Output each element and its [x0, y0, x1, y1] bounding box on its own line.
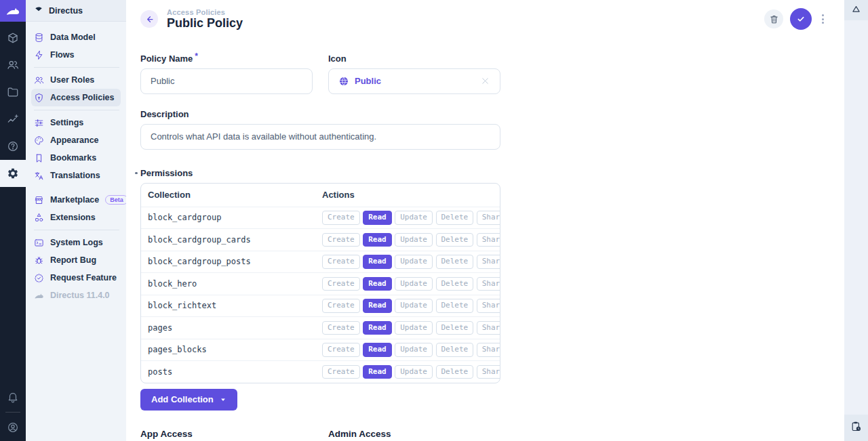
permission-update-chip[interactable]: Update: [395, 211, 433, 224]
permissions-row-block_cardgroup_posts: block_cardgroup_postsCreateReadUpdateDel…: [141, 251, 500, 273]
sidebar-item-flows[interactable]: Flows: [31, 46, 121, 64]
action-chips: CreateReadUpdateDeleteShare: [322, 211, 500, 224]
permission-delete-chip[interactable]: Delete: [436, 277, 474, 291]
module-insights-icon[interactable]: [0, 106, 26, 133]
permission-read-chip[interactable]: Read: [363, 321, 392, 335]
permission-create-chip[interactable]: Create: [322, 365, 360, 379]
sidebar-item-data-model[interactable]: Data Model: [31, 28, 121, 46]
permission-create-chip[interactable]: Create: [322, 343, 360, 356]
permission-create-chip[interactable]: Create: [322, 277, 360, 291]
sidebar-item-label: Flows: [50, 50, 74, 60]
permissions-row-block_cardgroup_cards: block_cardgroup_cardsCreateReadUpdateDel…: [141, 228, 500, 251]
permission-update-chip[interactable]: Update: [395, 365, 433, 379]
more-options-button[interactable]: [818, 12, 827, 26]
permission-share-chip[interactable]: Share: [477, 321, 500, 335]
permission-share-chip[interactable]: Share: [477, 299, 500, 312]
permission-delete-chip[interactable]: Delete: [436, 211, 474, 224]
sidebar-item-access-policies[interactable]: Access Policies: [31, 89, 121, 106]
module-box-3d-icon[interactable]: [0, 24, 26, 51]
permission-create-chip[interactable]: Create: [322, 299, 360, 312]
add-collection-button[interactable]: Add Collection: [140, 389, 237, 411]
bug-icon: [34, 255, 44, 266]
permission-create-chip[interactable]: Create: [322, 321, 360, 335]
permission-update-chip[interactable]: Update: [395, 321, 433, 335]
module-users-icon[interactable]: [0, 51, 26, 79]
permission-update-chip[interactable]: Update: [395, 233, 433, 247]
permission-read-chip[interactable]: Read: [363, 233, 392, 247]
sidebar-item-appearance[interactable]: Appearance: [31, 131, 121, 149]
module-bell-icon[interactable]: [0, 383, 26, 411]
rabbit-icon: [34, 291, 44, 301]
sidebar-item-translations[interactable]: Translations: [31, 167, 121, 184]
module-settings-gear-icon[interactable]: [0, 160, 26, 187]
module-account-circle-icon[interactable]: [0, 414, 26, 441]
description-input[interactable]: Controls what API data is available with…: [140, 124, 500, 150]
permission-delete-chip[interactable]: Delete: [436, 343, 474, 356]
action-chips: CreateReadUpdateDeleteShare: [322, 277, 500, 291]
permission-update-chip[interactable]: Update: [395, 255, 433, 268]
permission-share-chip[interactable]: Share: [477, 343, 500, 356]
main-content: Access Policies Public Policy Policy Nam…: [126, 0, 844, 441]
module-help-icon[interactable]: [0, 133, 26, 160]
directus-rabbit-logo[interactable]: [0, 0, 26, 22]
storefront-icon: [34, 195, 44, 205]
icon-input[interactable]: Public: [328, 68, 500, 94]
sidebar-item-label: Settings: [50, 118, 83, 127]
permission-delete-chip[interactable]: Delete: [436, 299, 474, 312]
action-chips: CreateReadUpdateDeleteShare: [322, 299, 500, 312]
permission-delete-chip[interactable]: Delete: [436, 365, 474, 379]
sidebar-item-request-feature[interactable]: Request Feature: [31, 269, 121, 287]
permission-delete-chip[interactable]: Delete: [436, 321, 474, 335]
module-folder-icon[interactable]: [0, 79, 26, 106]
permission-create-chip[interactable]: Create: [322, 255, 360, 268]
sidebar-item-report-bug[interactable]: Report Bug: [31, 251, 121, 269]
permission-update-chip[interactable]: Update: [395, 299, 433, 312]
permission-share-chip[interactable]: Share: [477, 277, 500, 291]
permission-update-chip[interactable]: Update: [395, 343, 433, 356]
sidebar-toggle-button[interactable]: [844, 0, 868, 20]
bookmark-icon: [34, 153, 44, 163]
permission-update-chip[interactable]: Update: [395, 277, 433, 291]
sidebar-item-settings[interactable]: Settings: [31, 114, 121, 131]
permission-delete-chip[interactable]: Delete: [436, 255, 474, 268]
sidebar-item-user-roles[interactable]: User Roles: [31, 71, 121, 89]
page-header: Access Policies Public Policy: [126, 0, 844, 30]
sidebar-item-bookmarks[interactable]: Bookmarks: [31, 149, 121, 167]
sidebar-item-label: Translations: [50, 171, 100, 180]
permission-read-chip[interactable]: Read: [363, 365, 392, 379]
project-header[interactable]: Directus: [26, 0, 126, 22]
permission-read-chip[interactable]: Read: [363, 211, 392, 224]
permission-share-chip[interactable]: Share: [477, 211, 500, 224]
permissions-row-block_cardgroup: block_cardgroupCreateReadUpdateDeleteSha…: [141, 207, 500, 229]
sidebar-item-marketplace[interactable]: MarketplaceBeta: [31, 191, 121, 209]
nav-divider: [34, 110, 119, 110]
permission-share-chip[interactable]: Share: [477, 255, 500, 268]
notifications-button[interactable]: [844, 415, 868, 441]
module-bar: [0, 0, 26, 441]
permission-create-chip[interactable]: Create: [322, 233, 360, 247]
permission-read-chip[interactable]: Read: [363, 343, 392, 356]
tune-icon: [34, 118, 44, 128]
collection-column-header: Collection: [148, 190, 322, 200]
sidebar-item-label: User Roles: [50, 75, 94, 85]
sidebar-item-extensions[interactable]: Extensions: [31, 209, 121, 226]
permission-delete-chip[interactable]: Delete: [436, 233, 474, 247]
sidebar-item-label: Access Policies: [50, 93, 115, 102]
sidebar-item-label: Bookmarks: [50, 153, 96, 163]
permission-share-chip[interactable]: Share: [477, 365, 500, 379]
save-button[interactable]: [790, 8, 812, 30]
clear-icon[interactable]: [480, 76, 490, 86]
project-name: Directus: [49, 6, 83, 16]
permission-read-chip[interactable]: Read: [363, 277, 392, 291]
shield-lock-icon: [34, 93, 44, 103]
actions-column-header: Actions: [322, 190, 492, 200]
delete-button[interactable]: [764, 9, 783, 28]
permission-create-chip[interactable]: Create: [322, 211, 360, 224]
policy-name-input[interactable]: Public: [140, 68, 313, 94]
permission-share-chip[interactable]: Share: [477, 233, 500, 247]
permission-read-chip[interactable]: Read: [363, 299, 392, 312]
back-button[interactable]: [140, 10, 158, 28]
sidebar-item-system-logs[interactable]: System Logs: [31, 234, 121, 251]
permission-read-chip[interactable]: Read: [363, 255, 392, 268]
app-access-label: App Access: [140, 429, 313, 439]
